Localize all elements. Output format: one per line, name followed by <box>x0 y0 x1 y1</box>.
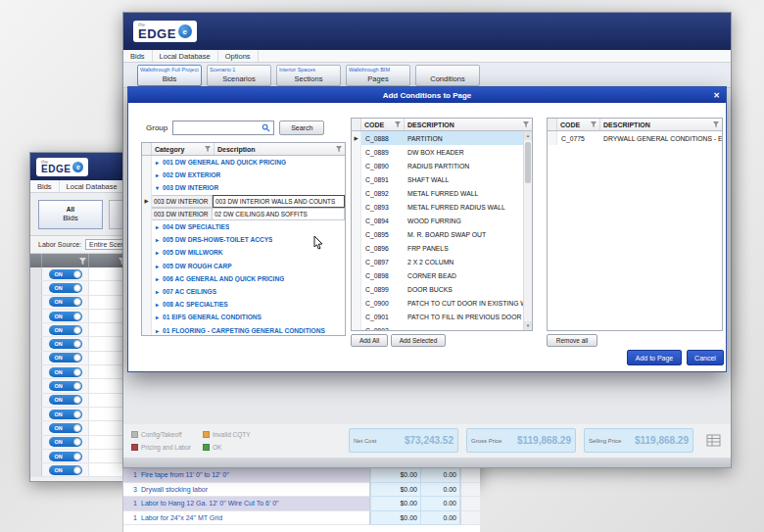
chevron-right-icon[interactable]: ▸ <box>152 288 163 295</box>
chevron-right-icon[interactable]: ▸ <box>152 249 163 256</box>
filter-icon[interactable] <box>79 258 86 265</box>
description-column-header[interactable]: Description <box>215 143 345 155</box>
tree-item[interactable]: ▸006 AC GENERAL AND QUICK PRICING <box>142 272 345 285</box>
on-off-toggle[interactable]: ON <box>49 410 82 419</box>
tree-item[interactable]: ▸002 DW EXTERIOR <box>142 169 345 181</box>
chevron-right-icon[interactable]: ▸ <box>152 159 163 166</box>
chevron-right-icon[interactable]: ▸ <box>152 171 163 178</box>
menu-local-database[interactable]: Local Database <box>60 180 125 192</box>
on-off-toggle[interactable]: ON <box>49 353 82 363</box>
on-off-toggle[interactable]: ON <box>49 465 82 475</box>
cancel-button[interactable]: Cancel <box>687 350 724 365</box>
filter-icon[interactable] <box>591 121 597 127</box>
available-condition-row[interactable]: C_0892METAL FURRED WALL <box>352 186 523 200</box>
available-condition-row[interactable]: C_0893METAL FURRED RADIUS WALL <box>352 200 523 214</box>
on-off-toggle[interactable]: ON <box>49 437 82 447</box>
scrollbar[interactable]: ▲ ▼ <box>523 131 532 330</box>
ribbon-group-pages[interactable]: Walkthrough BIMPages <box>346 65 410 86</box>
tree-item[interactable]: ▸01 EIFS GENERAL CONDITIONS <box>142 311 345 323</box>
main-window-titlebar[interactable]: the EDGE e <box>123 13 731 50</box>
on-off-toggle[interactable]: ON <box>49 395 82 405</box>
menu-local-database[interactable]: Local Database <box>153 50 218 62</box>
on-off-toggle[interactable]: ON <box>49 312 82 321</box>
item-price-cell[interactable]: $0.00 <box>370 483 421 498</box>
available-condition-row[interactable]: C_0901PATCH TO FILL IN PREVIOUS DOOR <box>352 310 523 323</box>
ribbon-group-conditions[interactable]: Conditions <box>415 65 480 86</box>
item-price-cell[interactable]: $0.00 <box>370 468 421 483</box>
chevron-right-icon[interactable]: ▸ <box>152 301 163 308</box>
available-condition-row[interactable]: C_0894WOOD FURRING <box>352 214 523 227</box>
available-condition-row[interactable]: C_0896FRP PANELS <box>352 241 523 255</box>
chevron-right-icon[interactable]: ▸ <box>152 236 163 243</box>
search-icon[interactable] <box>262 123 270 132</box>
tab-all-bids[interactable]: All Bids <box>38 200 103 229</box>
available-condition-row[interactable]: C_0891SHAFT WALL <box>352 172 523 186</box>
tree-item[interactable]: ▸004 DW SPECIALTIES <box>142 220 345 233</box>
available-condition-row[interactable]: C_0898CORNER BEAD <box>352 268 523 282</box>
code-column-header[interactable]: CODE <box>557 119 600 130</box>
chevron-right-icon[interactable]: ▸ <box>152 263 163 269</box>
item-row[interactable]: 1Labor to Hang 12 Ga. 12' 0" Wire Cut To… <box>123 497 480 511</box>
ribbon-group-sections[interactable]: Interior SpacesSections <box>276 65 341 86</box>
chevron-right-icon[interactable]: ▸ <box>152 314 163 320</box>
item-row[interactable]: 3Drywall stocking labor$0.000.00 <box>123 483 480 498</box>
description-column-header[interactable]: DESCRIPTION <box>405 119 532 130</box>
item-row[interactable]: 1Labor for 24"x 24" MT Grid$0.000.00 <box>123 511 480 526</box>
description-column-header[interactable]: DESCRIPTION <box>600 119 722 130</box>
on-off-toggle[interactable]: ON <box>49 381 82 391</box>
scroll-up-button[interactable]: ▲ <box>524 131 532 140</box>
item-hours-cell[interactable]: 0.00 <box>421 497 460 511</box>
menu-options[interactable]: Options <box>218 50 259 62</box>
chevron-right-icon[interactable]: ▸ <box>152 275 163 282</box>
available-condition-row[interactable]: C_0900PATCH TO CUT DOOR IN EXISTING WALL <box>352 296 523 310</box>
on-off-toggle[interactable]: ON <box>49 339 82 349</box>
totals-detail-icon[interactable] <box>706 434 721 447</box>
chevron-right-icon[interactable]: ▸ <box>152 327 163 334</box>
on-off-toggle[interactable]: ON <box>49 297 82 307</box>
chevron-down-icon[interactable]: ▾ <box>152 184 163 191</box>
tree-child-row[interactable]: ▶003 DW INTERIOR003 DW INTERIOR WALLS AN… <box>142 195 345 208</box>
scroll-thumb[interactable] <box>525 142 531 183</box>
available-condition-row[interactable]: C_08972 X 2 COLUMN <box>352 255 523 268</box>
tree-child-row[interactable]: 003 DW INTERIOR02 DW CEILINGS AND SOFFIT… <box>142 208 345 220</box>
on-off-toggle[interactable]: ON <box>49 283 82 293</box>
close-icon[interactable]: ✕ <box>713 87 720 103</box>
tree-item[interactable]: ▾003 DW INTERIOR <box>142 181 345 194</box>
available-condition-row[interactable]: C_0890RADIUS PARTITION <box>352 159 523 172</box>
available-condition-row[interactable]: C_0902 <box>352 323 523 330</box>
filter-icon[interactable] <box>523 121 529 127</box>
on-off-toggle[interactable]: ON <box>49 325 82 335</box>
header-toggle-col[interactable] <box>42 254 89 267</box>
remove-all-button[interactable]: Remove all <box>547 334 597 347</box>
available-condition-row[interactable]: ▶C_0888PARTITION <box>352 131 523 145</box>
on-off-toggle[interactable]: ON <box>49 269 82 279</box>
tree-item[interactable]: ▸01 FLOORING - CARPETING GENERAL CONDITI… <box>142 323 345 335</box>
selected-condition-row[interactable]: C_0775DRYWALL GENERAL CONDITIONS - EQUIP… <box>548 131 722 145</box>
chevron-right-icon[interactable]: ▸ <box>152 223 163 230</box>
tree-item[interactable]: ▸005 DW ROUGH CARP <box>142 260 345 272</box>
item-price-cell[interactable]: $0.00 <box>370 497 421 511</box>
item-hours-cell[interactable]: 0.00 <box>421 483 460 498</box>
item-row[interactable]: 1Fire tape from 11' 0" to 12' 0"$0.000.0… <box>123 468 480 483</box>
add-all-button[interactable]: Add All <box>351 334 388 347</box>
group-search-input[interactable] <box>172 121 274 135</box>
available-condition-row[interactable]: C_0889DW BOX HEADER <box>352 145 523 159</box>
tree-item[interactable]: ▸008 AC SPECIALTIES <box>142 298 345 311</box>
item-hours-cell[interactable]: 0.00 <box>421 511 460 526</box>
code-column-header[interactable]: CODE <box>361 119 405 130</box>
tree-item[interactable]: ▸007 AC CEILINGS <box>142 285 345 298</box>
filter-icon[interactable] <box>205 146 211 152</box>
on-off-toggle[interactable]: ON <box>49 367 82 377</box>
item-hours-cell[interactable]: 0.00 <box>421 468 460 483</box>
filter-icon[interactable] <box>336 146 342 152</box>
filter-icon[interactable] <box>713 121 719 127</box>
on-off-toggle[interactable]: ON <box>49 452 82 461</box>
menu-bids[interactable]: Bids <box>30 180 60 192</box>
filter-icon[interactable] <box>395 121 401 127</box>
on-off-toggle[interactable]: ON <box>49 423 82 433</box>
available-condition-row[interactable]: C_0899DOOR BUCKS <box>352 282 523 296</box>
available-condition-row[interactable]: C_0895M. R. BOARD SWAP OUT <box>352 227 523 241</box>
search-button[interactable]: Search <box>279 121 324 135</box>
tree-item[interactable]: ▸001 DW GENERAL AND QUICK PRICING <box>142 156 345 169</box>
scroll-down-button[interactable]: ▼ <box>524 321 532 330</box>
